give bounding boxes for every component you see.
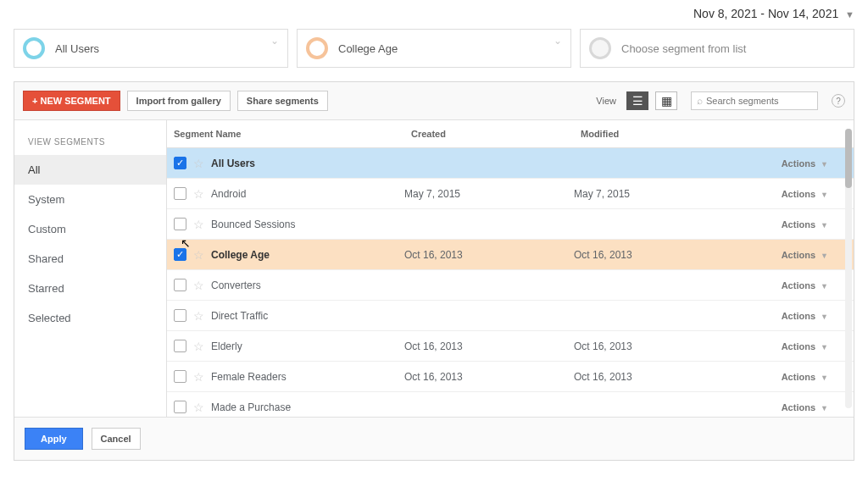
modified-cell: May 7, 2015 [574,188,735,200]
table-row[interactable]: ☆Made a PurchaseActions ▼ [167,392,854,417]
star-icon[interactable]: ☆ [193,309,204,323]
star-icon[interactable]: ☆ [193,157,204,170]
col-modified: Modified [574,120,735,147]
table-row[interactable]: ☆ElderlyOct 16, 2013Oct 16, 2013Actions … [167,331,854,362]
segment-name: Converters [211,279,261,291]
name-cell: ☆Direct Traffic [167,309,404,323]
apply-button[interactable]: Apply [25,428,83,450]
checkbox[interactable] [174,279,186,291]
name-cell: ✓☆All Users [167,157,404,170]
actions-menu[interactable]: Actions ▼ [735,189,854,199]
help-icon[interactable]: ? [832,94,845,108]
modified-cell: Oct 16, 2013 [574,340,735,352]
table-row[interactable]: ✓☆College AgeOct 16, 2013Oct 16, 2013Act… [167,240,854,270]
panel-toolbar: + NEW SEGMENT Import from gallery Share … [14,82,854,120]
table-row[interactable]: ✓☆All UsersActions ▼ [167,148,854,179]
table-row[interactable]: ☆Bounced SessionsActions ▼ [167,209,854,240]
view-grid-button[interactable]: ▦ [655,91,677,110]
actions-menu[interactable]: Actions ▼ [735,402,854,412]
date-range[interactable]: Nov 8, 2021 - Nov 14, 2021 ▼ [0,0,868,29]
segments-table: Segment Name Created Modified ✓☆All User… [167,120,854,417]
star-icon[interactable]: ☆ [193,370,204,384]
segment-name: Bounced Sessions [211,219,295,230]
chevron-down-icon: ▼ [821,160,828,169]
col-created: Created [404,120,574,147]
segment-name: Made a Purchase [211,401,291,413]
star-icon[interactable]: ☆ [193,340,204,353]
sidebar-item-shared[interactable]: Shared [14,244,166,274]
sidebar: VIEW SEGMENTS AllSystemCustomSharedStarr… [14,120,167,417]
share-segments-button[interactable]: Share segments [237,91,328,111]
checkbox[interactable] [174,401,186,413]
actions-menu[interactable]: Actions ▼ [735,158,854,169]
table-row[interactable]: ☆Female ReadersOct 16, 2013Oct 16, 2013A… [167,362,854,392]
segment-name: All Users [211,158,255,169]
sidebar-header: VIEW SEGMENTS [14,129,166,155]
new-segment-button[interactable]: + NEW SEGMENT [23,91,120,111]
created-cell: Oct 16, 2013 [404,340,574,352]
circle-icon [589,37,611,59]
cancel-button[interactable]: Cancel [92,428,141,450]
scrollbar[interactable] [845,129,852,408]
circle-icon [306,37,328,59]
name-cell: ☆Android [167,187,404,201]
segment-name: Female Readers [211,371,287,383]
actions-menu[interactable]: Actions ▼ [735,341,854,351]
sidebar-item-custom[interactable]: Custom [14,214,166,244]
chevron-down-icon: ▼ [821,252,828,260]
search-box[interactable]: ⌕ [691,91,818,110]
checkbox[interactable] [174,187,186,200]
actions-menu[interactable]: Actions ▼ [735,372,854,382]
star-icon[interactable]: ☆ [193,279,204,292]
segment-chips: All Users ⌄ College Age ⌄ Choose segment… [0,29,868,81]
chevron-down-icon: ▼ [821,191,828,199]
checkbox[interactable]: ✓ [174,157,186,169]
panel-body: VIEW SEGMENTS AllSystemCustomSharedStarr… [14,120,854,417]
sidebar-item-system[interactable]: System [14,185,166,214]
import-gallery-button[interactable]: Import from gallery [127,91,231,111]
actions-menu[interactable]: Actions ▼ [735,250,854,260]
view-list-button[interactable]: ☰ [626,91,648,110]
table-row[interactable]: ☆ConvertersActions ▼ [167,270,854,301]
segment-chip-choose[interactable]: Choose segment from list [580,29,854,68]
sidebar-item-selected[interactable]: Selected [14,303,166,333]
chevron-down-icon: ▼ [821,313,828,321]
col-actions [735,120,854,147]
table-row[interactable]: ☆AndroidMay 7, 2015May 7, 2015Actions ▼ [167,179,854,209]
segment-chip-college-age[interactable]: College Age ⌄ [297,29,571,68]
actions-menu[interactable]: Actions ▼ [735,280,854,290]
sidebar-item-all[interactable]: All [14,155,166,185]
checkbox[interactable]: ✓ [174,248,186,261]
segment-name: Direct Traffic [211,310,268,322]
actions-menu[interactable]: Actions ▼ [735,311,854,321]
scrollbar-thumb[interactable] [845,129,852,188]
checkbox[interactable] [174,218,186,230]
star-icon[interactable]: ☆ [193,248,204,262]
checkbox[interactable] [174,340,186,352]
modified-cell: Oct 16, 2013 [574,249,735,261]
segment-chip-all-users[interactable]: All Users ⌄ [14,29,288,68]
segment-name: College Age [211,249,270,261]
star-icon[interactable]: ☆ [193,187,204,201]
star-icon[interactable]: ☆ [193,218,204,231]
table-row[interactable]: ☆Direct TrafficActions ▼ [167,301,854,331]
chevron-down-icon: ▼ [821,282,828,290]
chip-label: All Users [55,42,99,55]
name-cell: ✓☆College Age [167,248,404,262]
star-icon[interactable]: ☆ [193,401,204,414]
created-cell: Oct 16, 2013 [404,371,574,383]
chevron-down-icon: ⌄ [554,35,562,47]
segment-name: Elderly [211,340,242,352]
name-cell: ☆Bounced Sessions [167,218,404,231]
checkbox[interactable] [174,370,186,383]
search-icon: ⌕ [697,95,703,107]
name-cell: ☆Made a Purchase [167,401,404,414]
name-cell: ☆Converters [167,279,404,292]
table-header: Segment Name Created Modified [167,120,854,148]
sidebar-item-starred[interactable]: Starred [14,274,166,303]
search-input[interactable] [706,96,812,106]
chevron-down-icon: ▼ [821,343,828,351]
actions-menu[interactable]: Actions ▼ [735,219,854,230]
view-label: View [596,96,616,106]
checkbox[interactable] [174,309,186,322]
